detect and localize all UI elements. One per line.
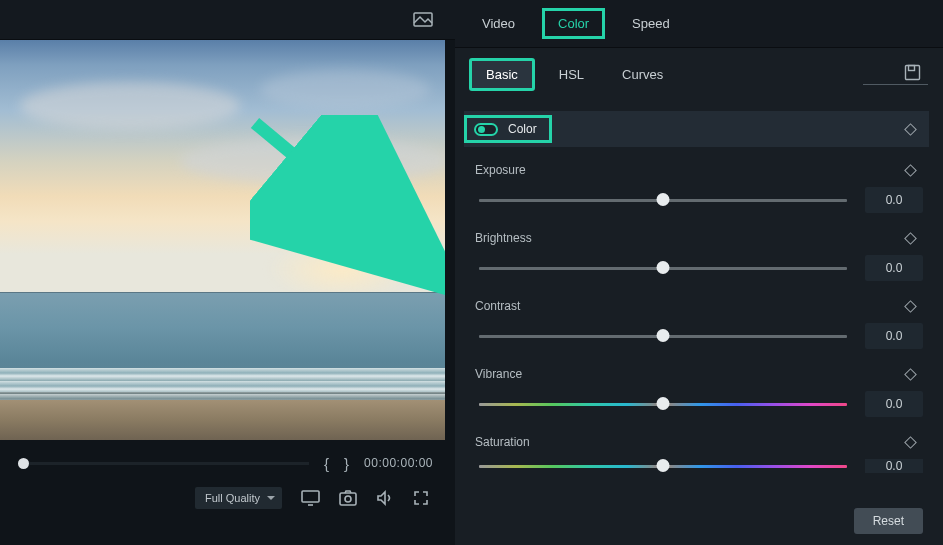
properties-panel: Video Color Speed Basic HSL Curves Color [455,0,943,545]
exposure-slider[interactable] [479,199,847,202]
tab-video[interactable]: Video [469,11,528,36]
saturation-slider[interactable] [479,465,847,468]
exposure-block: Exposure 0.0 [475,163,923,213]
contrast-slider[interactable] [479,335,847,338]
color-section-header: Color [464,111,929,147]
sub-tab-basic[interactable]: Basic [469,58,535,91]
sliders-area: Exposure 0.0 Brightness [455,157,943,473]
color-section-highlight: Color [464,115,552,143]
saturation-block: Saturation 0.0 [475,435,923,473]
vibrance-thumb[interactable] [657,397,670,410]
display-icon[interactable] [301,490,320,506]
vibrance-slider[interactable] [479,403,847,406]
contrast-value[interactable]: 0.0 [865,323,923,349]
brightness-slider[interactable] [479,267,847,270]
preview-panel: { } 00:00:00:00 Full Quality [0,0,455,545]
seek-bar[interactable] [18,462,309,465]
brightness-block: Brightness 0.0 [475,231,923,281]
contrast-keyframe-icon[interactable] [904,300,917,313]
svg-point-5 [345,496,351,502]
timecode: 00:00:00:00 [364,456,433,470]
volume-icon[interactable] [376,490,394,506]
snapshot-icon[interactable] [339,490,357,506]
svg-rect-4 [340,493,356,505]
preview-image[interactable] [0,40,445,440]
saturation-label: Saturation [475,435,530,449]
saturation-thumb[interactable] [657,459,670,472]
compare-save-icon[interactable] [904,64,921,81]
image-icon[interactable] [413,12,433,27]
mark-out-button[interactable]: } [344,455,349,472]
main-tab-row: Video Color Speed [455,0,943,48]
svg-rect-2 [302,491,319,502]
seek-thumb[interactable] [18,458,29,469]
timeline-row: { } 00:00:00:00 [18,448,433,478]
vibrance-value[interactable]: 0.0 [865,391,923,417]
preview-controls-row: Full Quality [18,478,433,518]
color-toggle[interactable] [474,123,498,136]
exposure-keyframe-icon[interactable] [904,164,917,177]
contrast-block: Contrast 0.0 [475,299,923,349]
svg-rect-6 [906,66,920,80]
color-section-title: Color [508,122,537,136]
svg-rect-7 [909,66,915,71]
preview-top-bar [0,0,455,40]
tab-color[interactable]: Color [542,8,605,39]
contrast-label: Contrast [475,299,520,313]
contrast-thumb[interactable] [657,329,670,342]
brightness-value[interactable]: 0.0 [865,255,923,281]
brightness-keyframe-icon[interactable] [904,232,917,245]
saturation-keyframe-icon[interactable] [904,436,917,449]
vibrance-label: Vibrance [475,367,522,381]
quality-dropdown[interactable]: Full Quality [195,487,282,509]
reset-button[interactable]: Reset [854,508,923,534]
vibrance-block: Vibrance 0.0 [475,367,923,417]
vibrance-keyframe-icon[interactable] [904,368,917,381]
section-keyframe-icon[interactable] [904,123,917,136]
fullscreen-icon[interactable] [413,490,429,506]
sub-tab-hsl[interactable]: HSL [545,61,598,88]
brightness-thumb[interactable] [657,261,670,274]
sub-tab-curves[interactable]: Curves [608,61,677,88]
sub-tab-row: Basic HSL Curves [455,48,943,101]
tab-speed[interactable]: Speed [619,11,683,36]
exposure-value[interactable]: 0.0 [865,187,923,213]
preview-area: { } 00:00:00:00 Full Quality [0,40,455,545]
exposure-thumb[interactable] [657,193,670,206]
brightness-label: Brightness [475,231,532,245]
saturation-value[interactable]: 0.0 [865,459,923,473]
exposure-label: Exposure [475,163,526,177]
mark-in-button[interactable]: { [324,455,329,472]
